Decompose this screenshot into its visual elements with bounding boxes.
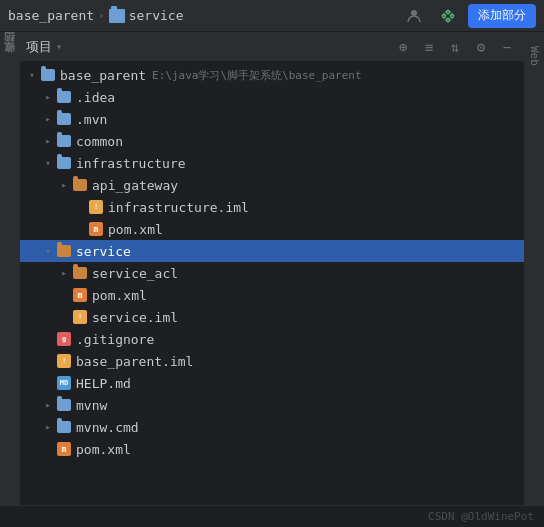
folder-orange-icon xyxy=(72,265,88,281)
folder-icon xyxy=(56,111,72,127)
folder-icon xyxy=(56,89,72,105)
tree-item-service_pom[interactable]: mpom.xml xyxy=(20,284,524,306)
tree-label-mvnw_cmd: mvnw.cmd xyxy=(76,420,139,435)
file-tree[interactable]: base_parentE:\java学习\脚手架系统\base_parent.i… xyxy=(20,62,524,505)
tree-label-base_parent: base_parent xyxy=(60,68,146,83)
toolbar-collapse-btn[interactable]: ≡ xyxy=(418,36,440,58)
folder-icon xyxy=(56,419,72,435)
tree-label-infrastructure_iml: infrastructure.iml xyxy=(108,200,249,215)
tree-item-infrastructure[interactable]: infrastructure xyxy=(20,152,524,174)
panel-dropdown-arrow: ▾ xyxy=(56,41,62,52)
settings-icon-btn[interactable] xyxy=(434,5,462,27)
tree-label-idea: .idea xyxy=(76,90,115,105)
tree-label-service_acl: service_acl xyxy=(92,266,178,281)
panel-toolbar: 项目 ▾ ⊕ ≡ ⇅ ⚙ − xyxy=(20,32,524,62)
tree-item-help_md[interactable]: MDHELP.md xyxy=(20,372,524,394)
tree-item-api_gateway[interactable]: api_gateway xyxy=(20,174,524,196)
project-panel: 项目 ▾ ⊕ ≡ ⇅ ⚙ − base_parentE:\java学习\脚手架系… xyxy=(20,32,524,505)
tree-label-gitignore: .gitignore xyxy=(76,332,154,347)
tree-arrow-service[interactable] xyxy=(40,243,56,259)
md-icon: MD xyxy=(56,375,72,391)
panel-title[interactable]: 项目 ▾ xyxy=(26,38,62,56)
iml-icon: ! xyxy=(72,309,88,325)
folder-icon xyxy=(56,155,72,171)
tab-project[interactable]: 项目 xyxy=(1,38,20,46)
tree-label-root_pom: pom.xml xyxy=(76,442,131,457)
tree-arrow-infrastructure[interactable] xyxy=(40,155,56,171)
tree-arrow-mvnw_cmd[interactable] xyxy=(40,419,56,435)
tree-item-base_parent_iml[interactable]: !base_parent.iml xyxy=(20,350,524,372)
tree-item-mvn[interactable]: .mvn xyxy=(20,108,524,130)
xml-icon: m xyxy=(72,287,88,303)
tree-path-base_parent: E:\java学习\脚手架系统\base_parent xyxy=(152,68,361,83)
iml-icon: ! xyxy=(88,199,104,215)
tree-arrow-common[interactable] xyxy=(40,133,56,149)
tree-arrow-infrastructure_iml xyxy=(72,199,88,215)
tree-arrow-api_gateway[interactable] xyxy=(56,177,72,193)
tree-item-infrastructure_iml[interactable]: !infrastructure.iml xyxy=(20,196,524,218)
tree-item-idea[interactable]: .idea xyxy=(20,86,524,108)
breadcrumb: base_parent › service xyxy=(8,8,400,23)
breadcrumb-separator: › xyxy=(98,9,105,22)
tree-item-service_iml[interactable]: !service.iml xyxy=(20,306,524,328)
tree-arrow-base_parent[interactable] xyxy=(24,67,40,83)
git-icon: g xyxy=(56,331,72,347)
tree-label-api_gateway: api_gateway xyxy=(92,178,178,193)
toolbar-settings-btn[interactable]: ⚙ xyxy=(470,36,492,58)
folder-icon xyxy=(40,67,56,83)
tree-item-root_pom[interactable]: mpom.xml xyxy=(20,438,524,460)
right-sidebar: Web xyxy=(524,32,544,505)
tab-web[interactable]: Web xyxy=(526,40,543,72)
folder-icon xyxy=(56,397,72,413)
add-button[interactable]: 添加部分 xyxy=(468,4,536,28)
tree-label-help_md: HELP.md xyxy=(76,376,131,391)
tree-arrow-service_iml xyxy=(56,309,72,325)
title-actions: 添加部分 xyxy=(400,4,536,28)
tree-arrow-infra_pom xyxy=(72,221,88,237)
toolbar-add-btn[interactable]: ⊕ xyxy=(392,36,414,58)
tree-arrow-mvn[interactable] xyxy=(40,111,56,127)
tree-label-infrastructure: infrastructure xyxy=(76,156,186,171)
tree-item-mvnw[interactable]: mvnw xyxy=(20,394,524,416)
main-layout: 项目 结构 收藏 项目 ▾ ⊕ ≡ ⇅ ⚙ − base_parentE:\ja… xyxy=(0,32,544,505)
toolbar-minus-btn[interactable]: − xyxy=(496,36,518,58)
tree-label-base_parent_iml: base_parent.iml xyxy=(76,354,193,369)
user-icon-btn[interactable] xyxy=(400,5,428,27)
breadcrumb-current: service xyxy=(129,8,184,23)
tree-item-service_acl[interactable]: service_acl xyxy=(20,262,524,284)
folder-icon xyxy=(56,133,72,149)
folder-icon xyxy=(109,9,125,23)
tree-item-gitignore[interactable]: g.gitignore xyxy=(20,328,524,350)
toolbar-sort-btn[interactable]: ⇅ xyxy=(444,36,466,58)
tree-label-common: common xyxy=(76,134,123,149)
tab-structure[interactable]: 结构 xyxy=(1,48,20,56)
tree-item-common[interactable]: common xyxy=(20,130,524,152)
breadcrumb-parent[interactable]: base_parent xyxy=(8,8,94,23)
tree-arrow-gitignore xyxy=(40,331,56,347)
tree-arrow-help_md xyxy=(40,375,56,391)
tree-item-base_parent[interactable]: base_parentE:\java学习\脚手架系统\base_parent xyxy=(20,64,524,86)
tree-item-service[interactable]: service xyxy=(20,240,524,262)
tree-arrow-idea[interactable] xyxy=(40,89,56,105)
watermark: CSDN @OldWinePot xyxy=(428,510,534,523)
folder-orange-icon xyxy=(56,243,72,259)
title-bar: base_parent › service 添加部分 xyxy=(0,0,544,32)
panel-title-label: 项目 xyxy=(26,38,52,56)
tree-arrow-service_pom xyxy=(56,287,72,303)
xml-icon: m xyxy=(88,221,104,237)
tab-favorites[interactable]: 收藏 xyxy=(1,58,20,66)
tree-item-infra_pom[interactable]: mpom.xml xyxy=(20,218,524,240)
bottom-bar: CSDN @OldWinePot xyxy=(0,505,544,527)
tree-label-mvn: .mvn xyxy=(76,112,107,127)
tree-label-mvnw: mvnw xyxy=(76,398,107,413)
tree-arrow-base_parent_iml xyxy=(40,353,56,369)
folder-orange-icon xyxy=(72,177,88,193)
tree-label-service_iml: service.iml xyxy=(92,310,178,325)
tree-arrow-mvnw[interactable] xyxy=(40,397,56,413)
tree-arrow-service_acl[interactable] xyxy=(56,265,72,281)
xml-icon: m xyxy=(56,441,72,457)
tree-label-service_pom: pom.xml xyxy=(92,288,147,303)
svg-point-0 xyxy=(411,10,417,16)
tree-item-mvnw_cmd[interactable]: mvnw.cmd xyxy=(20,416,524,438)
tree-label-infra_pom: pom.xml xyxy=(108,222,163,237)
